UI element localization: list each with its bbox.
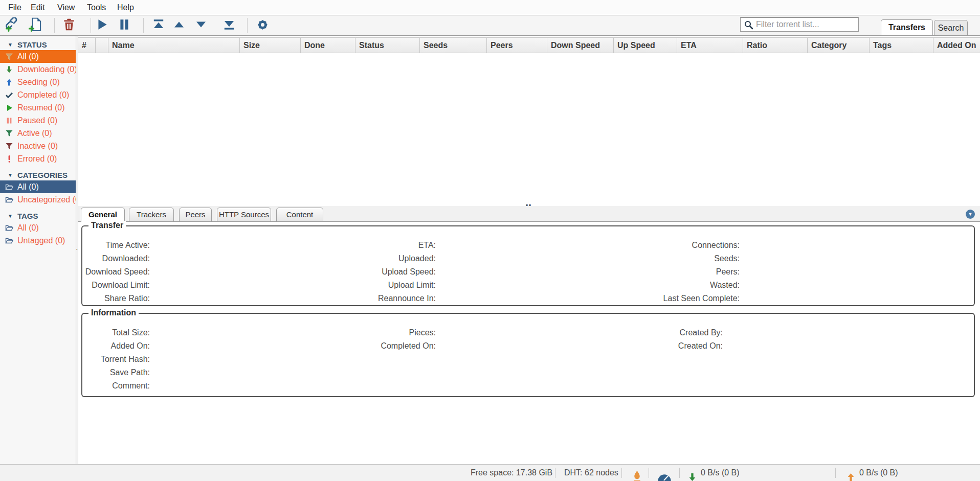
tab-transfers[interactable]: Transfers bbox=[881, 19, 933, 35]
menu-view[interactable]: View bbox=[54, 0, 78, 15]
gear-icon bbox=[256, 18, 270, 34]
move-to-top-button[interactable] bbox=[150, 17, 167, 34]
field-label: Torrent Hash: bbox=[83, 353, 150, 366]
upload-arrow-icon bbox=[847, 469, 855, 481]
play-icon bbox=[96, 18, 109, 33]
column-header-icon[interactable] bbox=[96, 38, 108, 53]
move-down-button[interactable] bbox=[192, 17, 210, 34]
column-header-status[interactable]: Status bbox=[355, 38, 420, 53]
collapse-panel-button[interactable]: ▼ bbox=[966, 210, 975, 219]
transfer-fieldset: Transfer Time Active: ETA: Connections: … bbox=[81, 225, 975, 306]
field-label: Created By: bbox=[83, 326, 723, 339]
funnel-icon bbox=[5, 53, 13, 61]
section-header-categories[interactable]: ▼ CATEGORIES bbox=[0, 169, 76, 180]
move-up-button[interactable] bbox=[170, 17, 188, 34]
folder-icon bbox=[5, 183, 13, 191]
transfer-row: Download Limit: Upload Limit: Wasted: bbox=[82, 279, 974, 292]
global-download-speed[interactable]: 0 B/s (0 B) bbox=[701, 465, 740, 481]
field-label: Peers: bbox=[83, 265, 740, 279]
panel-splitter[interactable]: ‥ bbox=[78, 200, 980, 206]
start-button[interactable] bbox=[94, 17, 111, 34]
sidebar-item-category-uncategorized[interactable]: Uncategorized (0) bbox=[0, 193, 76, 206]
field-label: Created On: bbox=[83, 339, 723, 353]
move-to-bottom-button[interactable] bbox=[220, 17, 238, 34]
chain-link-plus-icon bbox=[6, 17, 20, 34]
section-header-tags[interactable]: ▼ TAGS bbox=[0, 210, 76, 221]
collapse-triangle-icon: ▼ bbox=[8, 213, 13, 219]
tab-content[interactable]: Content bbox=[276, 208, 323, 222]
column-header-eta[interactable]: ETA bbox=[677, 38, 743, 53]
options-button[interactable] bbox=[254, 17, 271, 34]
alt-speed-limits-icon[interactable] bbox=[657, 469, 672, 481]
column-header-done[interactable]: Done bbox=[301, 38, 355, 53]
sidebar-item-status-all[interactable]: All (0) bbox=[0, 50, 76, 63]
global-upload-speed[interactable]: 0 B/s (0 B) bbox=[859, 465, 898, 481]
sidebar-item-tag-untagged[interactable]: Untagged (0) bbox=[0, 234, 76, 247]
add-torrent-link-button[interactable] bbox=[4, 17, 21, 34]
play-icon bbox=[5, 104, 13, 112]
tab-general[interactable]: General bbox=[81, 208, 125, 222]
field-label: Save Path: bbox=[83, 366, 150, 379]
download-arrow-icon bbox=[688, 469, 697, 481]
column-header-up-speed[interactable]: Up Speed bbox=[614, 38, 677, 53]
menu-help[interactable]: Help bbox=[114, 0, 137, 15]
exclamation-icon bbox=[5, 155, 13, 163]
menu-tools[interactable]: Tools bbox=[84, 0, 109, 15]
filter-box bbox=[740, 17, 859, 32]
sidebar-item-status-inactive[interactable]: Inactive (0) bbox=[0, 140, 76, 152]
arrow-down-icon bbox=[5, 65, 13, 74]
fieldset-legend: Information bbox=[88, 308, 139, 317]
column-header-peers[interactable]: Peers bbox=[487, 38, 547, 53]
menu-edit[interactable]: Edit bbox=[28, 0, 48, 15]
field-label: Last Seen Complete: bbox=[83, 292, 740, 305]
pause-icon bbox=[118, 18, 131, 33]
statusbar-separator bbox=[679, 468, 680, 478]
delete-button[interactable] bbox=[60, 17, 78, 34]
sidebar-item-status-paused[interactable]: Paused (0) bbox=[0, 114, 76, 127]
sidebar: ▼ STATUS All (0) Downloading (0) Seeding… bbox=[0, 36, 76, 464]
sidebar-item-status-seeding[interactable]: Seeding (0) bbox=[0, 76, 76, 88]
statusbar-separator bbox=[555, 468, 555, 478]
tab-search[interactable]: Search bbox=[934, 20, 968, 35]
collapse-triangle-icon: ▼ bbox=[8, 172, 13, 178]
tab-peers[interactable]: Peers bbox=[179, 208, 212, 222]
move-bottom-icon bbox=[222, 18, 236, 33]
sidebar-item-status-completed[interactable]: Completed (0) bbox=[0, 88, 76, 101]
connection-status-icon[interactable] bbox=[633, 468, 641, 481]
column-header-size[interactable]: Size bbox=[240, 38, 301, 53]
folder-icon bbox=[5, 237, 13, 245]
column-header-name[interactable]: Name bbox=[108, 38, 240, 53]
toolbar-separator bbox=[91, 18, 91, 33]
trash-icon bbox=[62, 18, 76, 33]
add-torrent-file-button[interactable] bbox=[27, 17, 44, 34]
torrent-list-empty[interactable] bbox=[78, 53, 980, 200]
transfer-row: Time Active: ETA: Connections: bbox=[82, 239, 974, 252]
transfer-row: Share Ratio: Reannounce In: Last Seen Co… bbox=[82, 292, 974, 305]
sidebar-item-status-downloading[interactable]: Downloading (0) bbox=[0, 63, 76, 76]
sidebar-item-tag-all[interactable]: All (0) bbox=[0, 221, 76, 234]
column-header-ratio[interactable]: Ratio bbox=[743, 38, 808, 53]
tab-trackers[interactable]: Trackers bbox=[129, 208, 174, 222]
toolbar: Transfers Search bbox=[0, 15, 980, 36]
sidebar-item-status-resumed[interactable]: Resumed (0) bbox=[0, 101, 76, 114]
section-header-status[interactable]: ▼ STATUS bbox=[0, 39, 76, 50]
filter-torrent-input[interactable] bbox=[756, 18, 856, 31]
sidebar-item-status-active[interactable]: Active (0) bbox=[0, 127, 76, 140]
sidebar-item-category-all[interactable]: All (0) bbox=[0, 180, 76, 193]
field-label: Connections: bbox=[83, 239, 740, 252]
column-header-number[interactable]: # bbox=[78, 38, 96, 53]
funnel-icon bbox=[5, 142, 13, 150]
pause-button[interactable] bbox=[116, 17, 133, 34]
menu-file[interactable]: File bbox=[5, 0, 25, 15]
collapse-triangle-icon: ▼ bbox=[8, 42, 13, 48]
tab-http-sources[interactable]: HTTP Sources bbox=[217, 208, 271, 222]
column-header-seeds[interactable]: Seeds bbox=[420, 38, 487, 53]
dht-nodes-label: DHT: 62 nodes bbox=[564, 465, 618, 481]
information-row: Total Size: Pieces: Created By: bbox=[82, 326, 974, 339]
column-header-down-speed[interactable]: Down Speed bbox=[547, 38, 614, 53]
column-header-added-on[interactable]: Added On bbox=[933, 38, 980, 53]
column-header-tags[interactable]: Tags bbox=[870, 38, 933, 53]
column-header-category[interactable]: Category bbox=[808, 38, 870, 53]
menu-bar: File Edit View Tools Help bbox=[0, 0, 980, 15]
sidebar-item-status-errored[interactable]: Errored (0) bbox=[0, 152, 76, 165]
